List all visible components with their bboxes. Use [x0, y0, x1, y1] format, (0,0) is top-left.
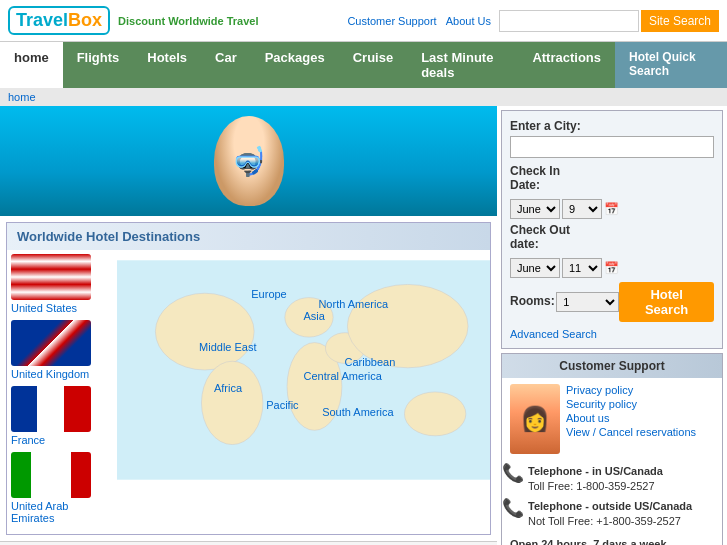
support-links: Privacy policy Security policy About us …: [566, 384, 714, 454]
uk-image: [11, 320, 91, 366]
customer-support-link[interactable]: Customer Support: [347, 15, 436, 27]
uk-link[interactable]: United Kingdom: [11, 368, 113, 380]
hero-inner: 🤿: [0, 106, 497, 216]
search-bar: Site Search: [499, 10, 719, 32]
list-item: United Arab Emirates: [11, 452, 113, 524]
uae-link[interactable]: United Arab Emirates: [11, 500, 113, 524]
checkout-label: Check Out date:: [510, 223, 590, 251]
header: TravelBox Discount Worldwide Travel Cust…: [0, 0, 727, 42]
svg-point-7: [404, 392, 465, 436]
list-item: France: [11, 386, 113, 446]
nav-attractions[interactable]: Attractions: [518, 42, 615, 88]
rooms-select[interactable]: 1 2 3 4: [556, 292, 619, 312]
checkin-day-select[interactable]: 9: [562, 199, 602, 219]
nav-car[interactable]: Car: [201, 42, 251, 88]
site-search-button[interactable]: Site Search: [641, 10, 719, 32]
caribbean-label[interactable]: Caribbean: [345, 356, 396, 368]
map-area: North America Central America South Amer…: [117, 250, 490, 490]
central-america-label[interactable]: Central America: [304, 370, 382, 382]
hotel-quick-search-label: Hotel Quick Search: [615, 42, 727, 88]
logo-text: TravelBox: [16, 10, 102, 30]
logo-area: TravelBox Discount Worldwide Travel: [8, 6, 341, 35]
list-item: United States: [11, 254, 113, 314]
checkin-calendar-icon: 📅: [604, 202, 619, 216]
nav: home Flights Hotels Car Packages Cruise …: [0, 42, 727, 88]
checkin-controls: June 9 📅: [510, 199, 714, 219]
support-body: 👩 Privacy policy Security policy About u…: [502, 378, 722, 460]
france-link[interactable]: France: [11, 434, 113, 446]
phone-intl-number: Not Toll Free: +1-800-359-2527: [528, 514, 692, 529]
privacy-policy-link[interactable]: Privacy policy: [566, 384, 714, 396]
checkin-row: Check In Date:: [510, 164, 714, 195]
france-image: [11, 386, 91, 432]
europe-label[interactable]: Europe: [251, 288, 286, 300]
customer-support-box: Customer Support 👩 Privacy policy Securi…: [501, 353, 723, 545]
africa-label[interactable]: Africa: [214, 382, 242, 394]
nav-cruise[interactable]: Cruise: [339, 42, 407, 88]
phone-intl-label: Telephone - outside US/Canada: [528, 499, 692, 514]
hotel-search-button[interactable]: Hotel Search: [619, 282, 714, 322]
phone-intl-row: 📞 Telephone - outside US/Canada Not Toll…: [502, 499, 722, 530]
header-links: Customer Support About Us: [341, 15, 491, 27]
checkout-controls: June 11 📅: [510, 258, 714, 278]
pacific-label[interactable]: Pacific: [266, 399, 298, 411]
breadcrumb: home: [0, 88, 727, 106]
logo-travel: Travel: [16, 10, 68, 30]
asia-label[interactable]: Asia: [304, 310, 325, 322]
cancel-reservations-link[interactable]: View / Cancel reservations: [566, 426, 714, 438]
checkout-day-select[interactable]: 11: [562, 258, 602, 278]
nav-flights[interactable]: Flights: [63, 42, 134, 88]
us-link[interactable]: United States: [11, 302, 113, 314]
south-america-label[interactable]: South America: [322, 406, 394, 418]
nav-packages[interactable]: Packages: [251, 42, 339, 88]
north-america-label[interactable]: North America: [318, 298, 388, 310]
destinations-header: Worldwide Hotel Destinations: [7, 223, 490, 250]
logo-box-word: Box: [68, 10, 102, 30]
advanced-search-link[interactable]: Advanced Search: [510, 328, 714, 340]
security-policy-link[interactable]: Security policy: [566, 398, 714, 410]
checkout-month-select[interactable]: June: [510, 258, 560, 278]
uae-image: [11, 452, 91, 498]
hotel-search-box: Enter a City: Check In Date: June 9 📅 Ch…: [501, 110, 723, 349]
phone-intl-icon: 📞: [502, 499, 524, 517]
logo-tagline: Discount Worldwide Travel: [118, 15, 258, 27]
list-item: United Kingdom: [11, 320, 113, 380]
svg-point-1: [155, 293, 254, 370]
checkin-label: Check In Date:: [510, 164, 590, 192]
logo-box: TravelBox: [8, 6, 110, 35]
city-label: Enter a City:: [510, 119, 714, 133]
support-image: 👩: [510, 384, 560, 454]
about-us-link[interactable]: About Us: [446, 15, 491, 27]
site-search-input[interactable]: [499, 10, 639, 32]
us-image: [11, 254, 91, 300]
rooms-row: Rooms: 1 2 3 4 Hotel Search: [510, 282, 714, 322]
dest-body: United States United Kingdom France Unit…: [7, 250, 490, 534]
customer-support-header: Customer Support: [502, 354, 722, 378]
nav-last-minute[interactable]: Last Minute deals: [407, 42, 518, 88]
support-phone: 📞 Telephone - in US/Canada Toll Free: 1-…: [502, 464, 722, 545]
nav-hotels[interactable]: Hotels: [133, 42, 201, 88]
checkin-month-select[interactable]: June: [510, 199, 560, 219]
about-us-support-link[interactable]: About us: [566, 412, 714, 424]
phone-us-label: Telephone - in US/Canada: [528, 464, 663, 479]
phone-us-row: 📞 Telephone - in US/Canada Toll Free: 1-…: [502, 464, 722, 495]
phone-us-icon: 📞: [502, 464, 524, 482]
phone-us-number: Toll Free: 1-800-359-2527: [528, 479, 663, 494]
sidebar: Enter a City: Check In Date: June 9 📅 Ch…: [497, 106, 727, 545]
content: 🤿 Worldwide Hotel Destinations United St…: [0, 106, 497, 545]
middle-east-label[interactable]: Middle East: [199, 341, 256, 353]
nav-home[interactable]: home: [0, 42, 63, 88]
hero-image: 🤿: [0, 106, 497, 216]
reservation-section: Make a Reservation ✈ Flight 🚗 Car $ Last…: [0, 541, 497, 545]
city-input[interactable]: [510, 136, 714, 158]
checkout-row: Check Out date:: [510, 223, 714, 254]
checkout-calendar-icon: 📅: [604, 261, 619, 275]
dest-list: United States United Kingdom France Unit…: [7, 250, 117, 534]
rooms-label: Rooms:: [510, 294, 556, 308]
svg-point-2: [201, 361, 262, 444]
destinations-section: Worldwide Hotel Destinations United Stat…: [6, 222, 491, 535]
main: 🤿 Worldwide Hotel Destinations United St…: [0, 106, 727, 545]
support-hours: Open 24 hours, 7 days a week: [502, 534, 722, 545]
